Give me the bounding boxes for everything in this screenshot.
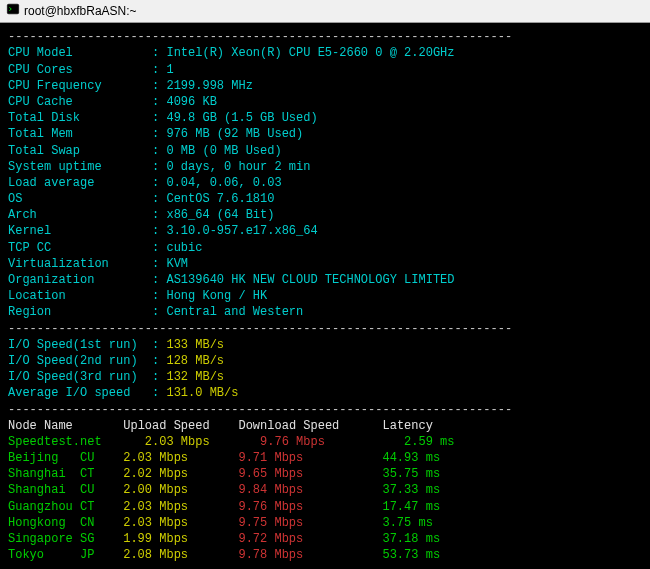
speed-row: Beijing CU 2.03 Mbps 9.71 Mbps 44.93 ms xyxy=(8,450,642,466)
speed-node: Shanghai CU xyxy=(8,483,123,497)
sysinfo-value: x86_64 (64 Bit) xyxy=(166,208,274,222)
sysinfo-row-tcpcc: TCP CC : cubic xyxy=(8,240,642,256)
speed-upload: 2.08 Mbps xyxy=(123,548,238,562)
speed-download: 9.65 Mbps xyxy=(238,467,382,481)
sysinfo-value: cubic xyxy=(166,241,202,255)
sysinfo-row-model: CPU Model : Intel(R) Xeon(R) CPU E5-2660… xyxy=(8,45,642,61)
colon: : xyxy=(152,305,166,319)
sysinfo-value: Intel(R) Xeon(R) CPU E5-2660 0 @ 2.20GHz xyxy=(166,46,454,60)
sysinfo-row-reg: Region : Central and Western xyxy=(8,304,642,320)
speed-upload: 2.00 Mbps xyxy=(123,483,238,497)
separator: ----------------------------------------… xyxy=(8,29,642,45)
speed-row: Singapore SG 1.99 Mbps 9.72 Mbps 37.18 m… xyxy=(8,531,642,547)
sysinfo-label: Arch xyxy=(8,208,152,222)
sysinfo-row-uptime: System uptime : 0 days, 0 hour 2 min xyxy=(8,159,642,175)
speed-row: Shanghai CU 2.00 Mbps 9.84 Mbps 37.33 ms xyxy=(8,482,642,498)
io-value: 133 MB/s xyxy=(166,338,224,352)
speed-row: Hongkong CN 2.03 Mbps 9.75 Mbps 3.75 ms xyxy=(8,515,642,531)
colon: : xyxy=(152,354,166,368)
svg-rect-1 xyxy=(8,5,19,14)
speed-header: Node Name Upload Speed Download Speed La… xyxy=(8,418,642,434)
speed-latency: 2.59 ms xyxy=(404,435,454,449)
sysinfo-label: Kernel xyxy=(8,224,152,238)
speed-node: Beijing CU xyxy=(8,451,123,465)
sysinfo-row-mem: Total Mem : 976 MB (92 MB Used) xyxy=(8,126,642,142)
speed-node: Hongkong CN xyxy=(8,516,123,530)
speed-node: Singapore SG xyxy=(8,532,123,546)
io-label: Average I/O speed xyxy=(8,386,152,400)
colon: : xyxy=(152,386,166,400)
sysinfo-label: Load average xyxy=(8,176,152,190)
colon: : xyxy=(152,257,166,271)
sysinfo-label: System uptime xyxy=(8,160,152,174)
sysinfo-value: AS139640 HK NEW CLOUD TECHNOLOGY LIMITED xyxy=(166,273,454,287)
colon: : xyxy=(152,176,166,190)
sysinfo-label: Virtualization xyxy=(8,257,152,271)
sysinfo-value: 976 MB (92 MB Used) xyxy=(166,127,303,141)
sysinfo-label: Location xyxy=(8,289,152,303)
terminal-output: ----------------------------------------… xyxy=(0,23,650,569)
speed-row: Tokyo JP 2.08 Mbps 9.78 Mbps 53.73 ms xyxy=(8,547,642,563)
speed-download: 9.76 Mbps xyxy=(260,435,404,449)
speed-upload: 2.03 Mbps xyxy=(123,500,238,514)
speed-upload: 1.99 Mbps xyxy=(123,532,238,546)
io-row-3: I/O Speed(3rd run) : 132 MB/s xyxy=(8,369,642,385)
io-value: 128 MB/s xyxy=(166,354,224,368)
speed-node: Speedtest.net xyxy=(8,435,145,449)
speed-upload: 2.02 Mbps xyxy=(123,467,238,481)
sysinfo-value: 3.10.0-957.e17.x86_64 xyxy=(166,224,317,238)
sysinfo-label: Organization xyxy=(8,273,152,287)
colon: : xyxy=(152,63,166,77)
sysinfo-row-load: Load average : 0.04, 0.06, 0.03 xyxy=(8,175,642,191)
sysinfo-row-org: Organization : AS139640 HK NEW CLOUD TEC… xyxy=(8,272,642,288)
colon: : xyxy=(152,79,166,93)
sysinfo-value: 2199.998 MHz xyxy=(166,79,252,93)
colon: : xyxy=(152,224,166,238)
io-row-2: I/O Speed(2nd run) : 128 MB/s xyxy=(8,353,642,369)
colon: : xyxy=(152,46,166,60)
speed-latency: 37.33 ms xyxy=(382,483,440,497)
sysinfo-label: CPU Cache xyxy=(8,95,152,109)
separator: ----------------------------------------… xyxy=(8,321,642,337)
separator: ----------------------------------------… xyxy=(8,402,642,418)
terminal-icon xyxy=(6,2,20,20)
speed-download: 9.78 Mbps xyxy=(238,548,382,562)
io-value: 132 MB/s xyxy=(166,370,224,384)
speed-row: Shanghai CT 2.02 Mbps 9.65 Mbps 35.75 ms xyxy=(8,466,642,482)
io-row-1: I/O Speed(1st run) : 133 MB/s xyxy=(8,337,642,353)
io-label: I/O Speed(3rd run) xyxy=(8,370,152,384)
sysinfo-row-arch: Arch : x86_64 (64 Bit) xyxy=(8,207,642,223)
speed-latency: 17.47 ms xyxy=(382,500,440,514)
colon: : xyxy=(152,370,166,384)
speed-row: Speedtest.net 2.03 Mbps 9.76 Mbps 2.59 m… xyxy=(8,434,642,450)
sysinfo-row-cache: CPU Cache : 4096 KB xyxy=(8,94,642,110)
sysinfo-value: 0 days, 0 hour 2 min xyxy=(166,160,310,174)
speed-latency: 53.73 ms xyxy=(382,548,440,562)
sysinfo-row-freq: CPU Frequency : 2199.998 MHz xyxy=(8,78,642,94)
io-row-avg: Average I/O speed : 131.0 MB/s xyxy=(8,385,642,401)
window-title: root@hbxfbRaASN:~ xyxy=(24,3,137,19)
io-value: 131.0 MB/s xyxy=(166,386,238,400)
speed-download: 9.71 Mbps xyxy=(238,451,382,465)
sysinfo-label: Total Mem xyxy=(8,127,152,141)
speed-latency: 37.18 ms xyxy=(382,532,440,546)
sysinfo-value: 1 xyxy=(166,63,173,77)
io-label: I/O Speed(1st run) xyxy=(8,338,152,352)
speed-latency: 35.75 ms xyxy=(382,467,440,481)
colon: : xyxy=(152,160,166,174)
colon: : xyxy=(152,208,166,222)
sysinfo-row-os: OS : CentOS 7.6.1810 xyxy=(8,191,642,207)
sysinfo-value: KVM xyxy=(166,257,188,271)
sysinfo-value: Central and Western xyxy=(166,305,303,319)
colon: : xyxy=(152,289,166,303)
sysinfo-value: Hong Kong / HK xyxy=(166,289,267,303)
sysinfo-value: 0.04, 0.06, 0.03 xyxy=(166,176,281,190)
speed-download: 9.75 Mbps xyxy=(238,516,382,530)
speed-upload: 2.03 Mbps xyxy=(145,435,260,449)
io-label: I/O Speed(2nd run) xyxy=(8,354,152,368)
colon: : xyxy=(152,127,166,141)
speed-node: Tokyo JP xyxy=(8,548,123,562)
window-title-bar: root@hbxfbRaASN:~ xyxy=(0,0,650,23)
speed-upload: 2.03 Mbps xyxy=(123,516,238,530)
col-node: Node Name xyxy=(8,419,73,433)
